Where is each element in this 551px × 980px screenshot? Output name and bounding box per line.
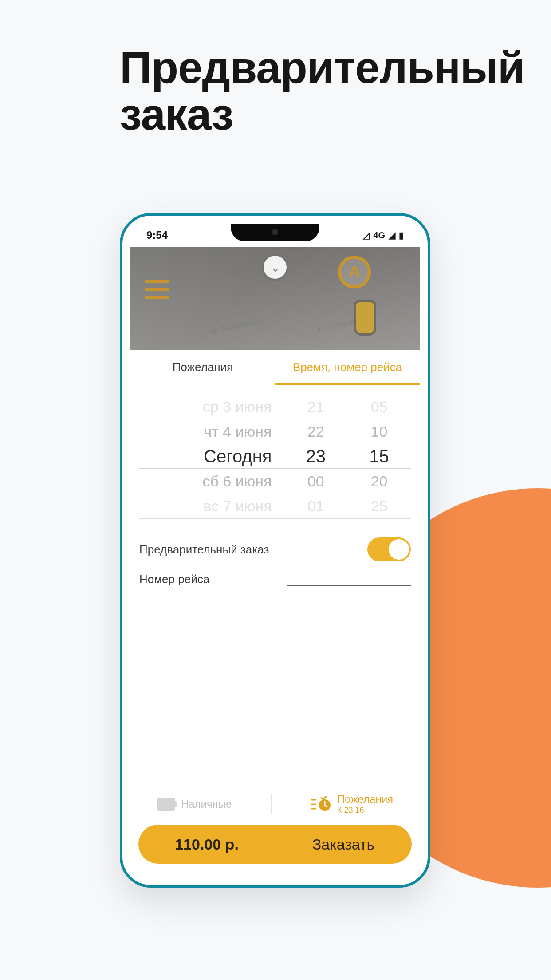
map-street-label: ул. Маяковского bbox=[210, 317, 264, 336]
picker-hour: 23 bbox=[284, 447, 347, 466]
wishes-sublabel: К 23:16 bbox=[337, 806, 393, 815]
signal-triangle-icon: ◿ bbox=[363, 230, 370, 241]
title-line-2: заказ bbox=[120, 89, 233, 139]
order-button[interactable]: Заказать bbox=[275, 836, 412, 853]
collapse-button[interactable]: ⌄ bbox=[264, 256, 287, 279]
picker-date: Сегодня bbox=[139, 447, 284, 466]
order-bar: 110.00 р. Заказать bbox=[138, 825, 412, 864]
picker-hour: 21 bbox=[284, 398, 347, 415]
picker-row[interactable]: вс 7 июня 01 25 bbox=[139, 494, 411, 518]
hamburger-line-icon bbox=[145, 280, 169, 283]
signal-icon: ◢ bbox=[389, 230, 395, 241]
tabs: Пожелания Время, номер рейса bbox=[130, 350, 420, 385]
flight-row: Номер рейса bbox=[130, 568, 420, 586]
order-button-label: Заказать bbox=[312, 836, 375, 853]
map-street-label: ул. 8 Марта bbox=[316, 317, 355, 333]
statusbar-time: 9:54 bbox=[146, 229, 168, 241]
statusbar-right: ◿ 4G ◢ ▮ bbox=[363, 230, 404, 241]
wallet-icon bbox=[157, 798, 175, 811]
page-title: Предварительный заказ bbox=[120, 44, 524, 138]
map-area: ⌄ ул. Кирова ул. Маяковского ул. 8 Марта… bbox=[130, 247, 420, 350]
picker-hour: 22 bbox=[284, 423, 347, 440]
picker-row[interactable]: чт 4 июня 22 10 bbox=[139, 419, 411, 444]
wishes-option[interactable]: Пожелания К 23:16 bbox=[311, 793, 393, 815]
picker-hour: 01 bbox=[284, 498, 347, 515]
schedule-icon bbox=[311, 796, 331, 812]
flight-label: Номер рейса bbox=[139, 573, 209, 586]
tab-wishes[interactable]: Пожелания bbox=[130, 350, 275, 385]
picker-date: ср 3 июня bbox=[139, 398, 284, 415]
preorder-toggle[interactable] bbox=[367, 537, 411, 561]
picker-min: 20 bbox=[347, 473, 411, 490]
tab-label: Пожелания bbox=[173, 360, 233, 374]
picker-min: 10 bbox=[347, 423, 411, 440]
picker-date: чт 4 июня bbox=[139, 423, 284, 440]
battery-icon: ▮ bbox=[399, 230, 404, 241]
preorder-label: Предварительный заказ bbox=[139, 543, 269, 557]
network-label: 4G bbox=[373, 230, 385, 241]
wishes-label: Пожелания bbox=[337, 793, 393, 806]
picker-hour: 00 bbox=[284, 473, 347, 490]
divider bbox=[271, 794, 272, 814]
toggle-knob-icon bbox=[389, 539, 409, 560]
picker-min: 25 bbox=[347, 498, 411, 515]
tab-label: Время, номер рейса bbox=[293, 360, 402, 374]
chevron-down-icon: ⌄ bbox=[270, 260, 280, 275]
picker-row[interactable]: сб 6 июня 00 20 bbox=[139, 469, 411, 494]
phone-notch bbox=[231, 224, 319, 241]
phone-screen: 9:54 ◿ 4G ◢ ▮ ⌄ ул. Кирова ул. Маяковско… bbox=[130, 224, 420, 877]
bottom-options: Наличные П bbox=[130, 793, 420, 815]
menu-button[interactable] bbox=[145, 280, 169, 299]
title-line-1: Предварительный bbox=[120, 43, 524, 92]
map-street-label: ул. Кирова bbox=[210, 265, 246, 281]
picker-row[interactable]: ср 3 июня 21 05 bbox=[139, 394, 411, 419]
picker-min: 15 bbox=[347, 447, 411, 466]
picker-date: сб 6 июня bbox=[139, 473, 284, 490]
map-pin-a[interactable]: A bbox=[338, 256, 371, 288]
hamburger-line-icon bbox=[145, 296, 169, 299]
cash-label: Наличные bbox=[181, 798, 232, 810]
picker-min: 05 bbox=[347, 398, 411, 415]
map-car-icon bbox=[354, 300, 376, 336]
datetime-picker[interactable]: ср 3 июня 21 05 чт 4 июня 22 10 Сегодня … bbox=[130, 385, 420, 519]
payment-cash[interactable]: Наличные bbox=[157, 798, 232, 811]
picker-date: вс 7 июня bbox=[139, 498, 284, 515]
picker-row-selected[interactable]: Сегодня 23 15 bbox=[139, 444, 411, 469]
flight-input[interactable] bbox=[287, 570, 411, 586]
preorder-row: Предварительный заказ bbox=[130, 519, 420, 568]
tab-time-flight[interactable]: Время, номер рейса bbox=[275, 350, 420, 385]
pin-letter: A bbox=[349, 263, 360, 281]
phone-frame: 9:54 ◿ 4G ◢ ▮ ⌄ ул. Кирова ул. Маяковско… bbox=[120, 213, 430, 888]
hamburger-line-icon bbox=[145, 288, 169, 291]
order-price: 110.00 р. bbox=[138, 836, 275, 853]
